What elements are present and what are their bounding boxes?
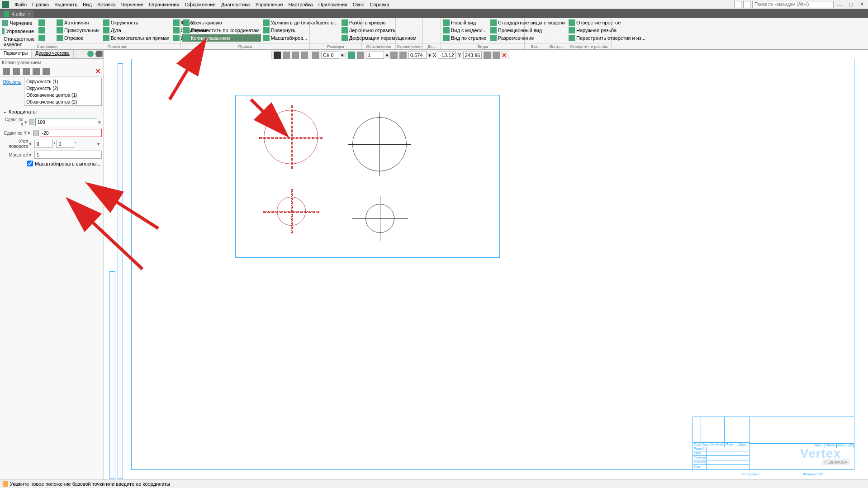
ins-icon[interactable] (535, 35, 543, 43)
scale-extlines-checkbox[interactable] (27, 161, 33, 166)
ins-icon[interactable] (526, 19, 534, 26)
tool-icon[interactable] (43, 68, 50, 75)
autoline-button[interactable]: Автолиния (55, 19, 101, 26)
mark-icon[interactable] (371, 35, 378, 43)
help-icon[interactable] (87, 51, 94, 57)
menu-window[interactable]: Окно (350, 1, 367, 8)
dim-icon[interactable] (320, 35, 328, 43)
ins-icon[interactable] (535, 27, 543, 34)
ct-icon[interactable] (348, 52, 355, 59)
segment-button[interactable]: Отрезок (55, 34, 101, 42)
dim-icon[interactable] (347, 35, 355, 43)
dim-icon[interactable] (329, 19, 337, 26)
mode-std[interactable]: Стандартные изделия (1, 35, 35, 48)
rect-button[interactable]: Прямоугольник (55, 27, 101, 34)
angle-deg-input[interactable] (34, 140, 52, 148)
diag-icon[interactable] (432, 27, 439, 34)
tool-icon[interactable] (13, 68, 20, 75)
dim-icon[interactable] (311, 27, 319, 34)
objects-label[interactable]: Объекты (2, 78, 22, 106)
tab-tree[interactable]: Дерево чертежа (32, 50, 73, 58)
menu-help[interactable]: Справка (367, 1, 392, 8)
menu-edit[interactable]: Правка (29, 1, 52, 8)
constr-icon[interactable] (397, 35, 404, 43)
mark-icon[interactable] (371, 19, 378, 26)
save-doc-button[interactable] (37, 34, 46, 42)
diag-icon[interactable] (424, 19, 431, 26)
dim-icon[interactable] (320, 19, 328, 26)
constr-icon[interactable] (405, 19, 412, 26)
menu-file[interactable]: Файл (12, 1, 29, 8)
dim-icon[interactable] (311, 19, 319, 26)
menu-format[interactable]: Оформление (182, 1, 218, 8)
mark-icon[interactable] (363, 27, 370, 34)
auxline-button[interactable]: Вспомогательная прямая (102, 34, 171, 42)
chevron-down-icon[interactable]: ▾ (24, 119, 28, 125)
arc-button[interactable]: Дуга (102, 27, 171, 34)
mark-icon[interactable] (379, 27, 386, 34)
layer-select[interactable]: СК 0 (321, 52, 339, 59)
ct-icon[interactable] (493, 52, 500, 59)
mode-draw[interactable]: Черчение (1, 19, 35, 27)
menu-view[interactable]: Вид (80, 1, 95, 8)
diag-icon[interactable] (432, 19, 439, 26)
menu-manage[interactable]: Управление (252, 1, 285, 8)
ins-icon[interactable] (526, 27, 534, 34)
menu-select[interactable]: Выделить (52, 1, 80, 8)
constr-icon[interactable] (413, 27, 420, 34)
tab-close-icon[interactable]: × (28, 11, 30, 17)
list-item[interactable]: Обозначение центра (1) (24, 92, 101, 99)
rebuild-button[interactable]: Перестроить отверстия и из... (567, 34, 647, 42)
minimize-button[interactable]: — (835, 1, 844, 8)
chevron-down-icon[interactable]: ▾ (98, 119, 102, 125)
mark-icon[interactable] (387, 35, 394, 43)
diag-icon[interactable] (424, 27, 431, 34)
dim-icon[interactable] (311, 35, 319, 43)
chevron-down-icon[interactable]: ▾ (29, 152, 33, 158)
close-toolbar-icon[interactable]: ✕ (502, 52, 507, 59)
tab-parameters[interactable]: Параметры (0, 50, 32, 58)
dim-icon[interactable] (320, 27, 328, 34)
chevron-down-icon[interactable]: ▾ (28, 130, 32, 136)
layout2-icon[interactable] (743, 1, 750, 8)
command-search-input[interactable] (752, 1, 834, 8)
ct-icon[interactable] (274, 52, 281, 59)
trim-button[interactable]: Усечь кривую (182, 19, 261, 26)
menu-draw[interactable]: Черчение (119, 1, 147, 8)
close-button[interactable]: ✕ (857, 1, 866, 8)
movecoord-button[interactable]: Переместить по координатам (182, 27, 261, 34)
list-item[interactable]: Окружность (1) (24, 78, 101, 85)
dim-icon[interactable] (338, 27, 346, 34)
menu-settings[interactable]: Настройка (286, 1, 316, 8)
menu-constraints[interactable]: Ограничения (146, 1, 182, 8)
hole-button[interactable]: Отверстие простое (567, 19, 647, 26)
pin-icon[interactable] (29, 119, 34, 125)
mode-manage[interactable]: Управление (1, 27, 35, 35)
ct-icon[interactable] (292, 52, 299, 59)
mark-icon[interactable] (363, 19, 370, 26)
settings-icon[interactable] (95, 51, 102, 57)
mark-icon[interactable] (387, 19, 394, 26)
list-item[interactable]: Обозначение центра (2) (24, 99, 101, 105)
dim-icon[interactable] (338, 19, 346, 26)
dim-icon[interactable] (347, 19, 355, 26)
shift-y-input[interactable] (40, 129, 102, 137)
menu-diag[interactable]: Диагностика (218, 1, 253, 8)
maximize-button[interactable]: ▢ (846, 1, 855, 8)
chevron-down-icon[interactable]: ▾ (97, 141, 102, 147)
angle-min-input[interactable] (56, 140, 74, 148)
dim-icon[interactable] (329, 27, 337, 34)
cancel-icon[interactable]: ✕ (95, 67, 101, 76)
constr-icon[interactable] (413, 19, 420, 26)
menu-insert[interactable]: Вставка (95, 1, 119, 8)
tool-icon[interactable] (23, 68, 30, 75)
constr-icon[interactable] (397, 19, 404, 26)
mark-icon[interactable] (379, 19, 386, 26)
shift-x-input[interactable] (35, 118, 97, 126)
menu-apps[interactable]: Приложения (316, 1, 350, 8)
newview-button[interactable]: Новый вид (442, 19, 488, 26)
ct-icon[interactable] (484, 52, 491, 59)
zoom-icon[interactable] (390, 52, 398, 59)
ct-icon[interactable] (357, 52, 364, 59)
document-tab[interactable]: 4.cdw × (0, 10, 34, 18)
